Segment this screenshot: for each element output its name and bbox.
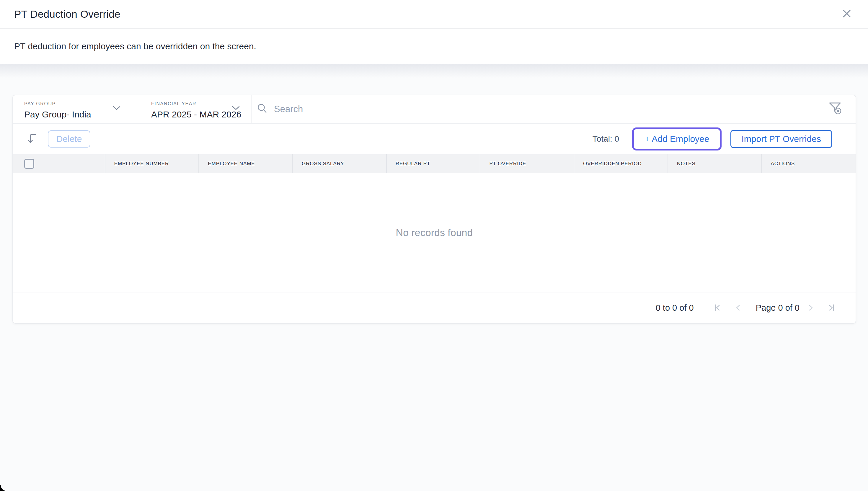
filter-row: PAY GROUP Pay Group- India FINANCIAL YEA… [13, 95, 856, 124]
chevron-down-icon [232, 106, 240, 112]
pagination-page: Page 0 of 0 [756, 303, 800, 313]
close-icon [842, 8, 852, 20]
empty-state-message: No records found [396, 227, 473, 238]
sort-down-arrow-icon[interactable] [28, 133, 37, 147]
select-all-cell [13, 154, 105, 173]
pagination-bar: 0 to 0 of 0 Page 0 of 0 [13, 292, 856, 323]
table-body: No records found [13, 173, 856, 292]
last-page-icon[interactable] [827, 303, 837, 313]
column-header-actions: ACTIONS [762, 154, 856, 173]
description-text: PT deduction for employees can be overri… [14, 41, 256, 51]
column-header-overridden-period: OVERRIDDEN PERIOD [574, 154, 668, 173]
total-count: Total: 0 [592, 134, 619, 144]
description-section: PT deduction for employees can be overri… [0, 29, 868, 64]
pagination-range: 0 to 0 of 0 [656, 303, 694, 313]
column-header-employee-name: EMPLOYEE NAME [199, 154, 293, 173]
column-header-employee-number: EMPLOYEE NUMBER [105, 154, 199, 173]
search-input[interactable] [274, 104, 746, 115]
column-header-notes: NOTES [668, 154, 762, 173]
previous-page-icon[interactable] [733, 303, 743, 313]
close-button[interactable] [840, 8, 853, 21]
column-header-gross-salary: GROSS SALARY [293, 154, 387, 173]
pay-group-dropdown[interactable]: PAY GROUP Pay Group- India [13, 95, 132, 123]
first-page-icon[interactable] [712, 303, 722, 313]
financial-year-dropdown[interactable]: FINANCIAL YEAR APR 2025 - MAR 2026 [132, 95, 252, 123]
search-icon [257, 103, 268, 115]
column-header-pt-override: PT OVERRIDE [480, 154, 574, 173]
main-area: PAY GROUP Pay Group- India FINANCIAL YEA… [0, 64, 868, 491]
modal-titlebar: PT Deduction Override [0, 0, 868, 29]
next-page-icon[interactable] [806, 303, 816, 313]
column-header-regular-pt: REGULAR PT [387, 154, 481, 173]
select-all-checkbox[interactable] [24, 159, 34, 169]
screen-corner-artifact [0, 485, 6, 491]
delete-button[interactable]: Delete [48, 131, 90, 148]
chevron-down-icon [113, 106, 120, 112]
clear-filter-icon[interactable] [828, 102, 843, 117]
search-area [252, 95, 856, 123]
page-title: PT Deduction Override [14, 8, 120, 20]
import-pt-overrides-button[interactable]: Import PT Overrides [730, 130, 832, 148]
pt-override-card: PAY GROUP Pay Group- India FINANCIAL YEA… [12, 95, 856, 324]
add-employee-button[interactable]: + Add Employee [632, 127, 722, 150]
table-header: EMPLOYEE NUMBER EMPLOYEE NAME GROSS SALA… [13, 154, 856, 173]
toolbar: Delete Total: 0 + Add Employee Import PT… [13, 124, 856, 154]
